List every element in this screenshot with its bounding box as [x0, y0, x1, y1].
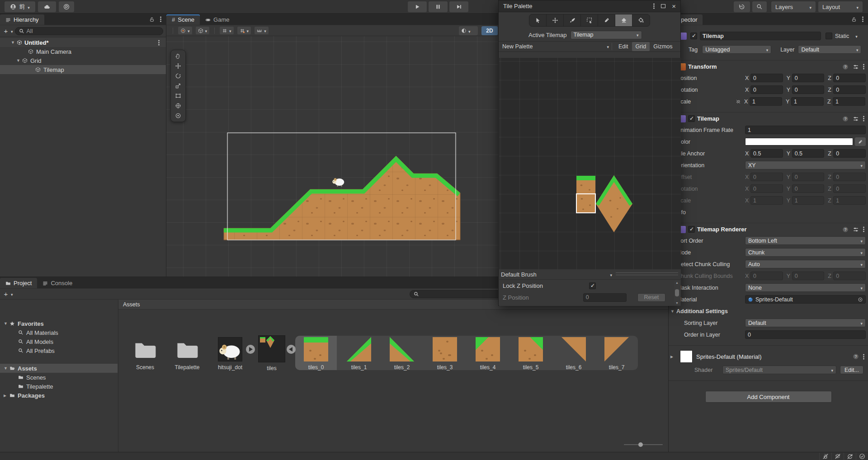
hierarchy-item-main-camera[interactable]: Main Camera	[0, 47, 166, 56]
position-x-field[interactable]: 0	[750, 74, 783, 82]
scale-x-field[interactable]: 1	[750, 97, 782, 106]
add-component-button[interactable]: Add Component	[705, 391, 832, 403]
cache-status-button[interactable]	[831, 453, 844, 460]
kebab-menu-icon[interactable]	[160, 19, 161, 20]
cloud-services-button[interactable]	[38, 1, 56, 12]
tree-item-favorites[interactable]: Favorites	[0, 319, 118, 328]
maximize-icon[interactable]	[661, 4, 665, 8]
debugger-status-button[interactable]	[819, 453, 831, 460]
shading-mode-dropdown[interactable]	[195, 26, 210, 35]
hierarchy-item-tilemap[interactable]: Tilemap	[0, 65, 166, 74]
move-tool-button[interactable]	[172, 61, 184, 71]
tab-console[interactable]: Console	[37, 278, 78, 288]
asset-tiles-2[interactable]: tiles_2	[381, 337, 423, 371]
tab-game[interactable]: Game	[200, 14, 235, 25]
tab-hierarchy[interactable]: Hierarchy	[0, 14, 44, 25]
tree-item-scenes[interactable]: Scenes	[0, 373, 118, 382]
2d-toggle-button[interactable]: 2D	[481, 26, 498, 35]
foldout-icon[interactable]	[670, 353, 676, 360]
asset-tiles[interactable]: tiles	[251, 337, 292, 371]
orientation-dropdown[interactable]: XY	[745, 161, 866, 169]
detect-chunk-culling-dropdown[interactable]: Auto	[745, 260, 866, 268]
tree-item-tilepalette[interactable]: Tilepalette	[0, 382, 118, 391]
tag-dropdown[interactable]: Untagged	[702, 45, 771, 54]
compile-status-button[interactable]	[856, 453, 868, 460]
foldout-icon[interactable]	[16, 58, 22, 63]
order-in-layer-field[interactable]: 0	[745, 330, 866, 339]
anchor-y-field[interactable]: 0.5	[792, 149, 825, 158]
help-icon[interactable]	[853, 353, 859, 360]
transform-tool-button[interactable]	[172, 101, 184, 111]
create-button[interactable]: +	[3, 27, 9, 35]
collapse-left-icon[interactable]	[287, 345, 296, 354]
scroll-down-icon[interactable]: ▼	[675, 301, 679, 305]
drag-handle[interactable]	[616, 275, 678, 275]
asset-tiles-5[interactable]: tiles_5	[510, 337, 552, 371]
help-icon[interactable]	[842, 64, 849, 70]
animation-frame-rate-field[interactable]: 1	[745, 126, 866, 134]
tree-item-packages[interactable]: Packages	[0, 391, 118, 400]
presets-icon[interactable]	[853, 226, 859, 233]
kebab-menu-icon[interactable]	[863, 229, 864, 230]
hand-tool-button[interactable]	[172, 51, 184, 61]
grid-snap-dropdown[interactable]	[237, 26, 252, 35]
sorting-layer-dropdown[interactable]: Default	[745, 319, 866, 327]
anchor-x-field[interactable]: 0.5	[750, 149, 783, 158]
kebab-menu-icon[interactable]	[863, 66, 864, 67]
thumbnail-size-slider[interactable]	[624, 442, 663, 447]
foldout-icon[interactable]	[4, 392, 9, 399]
active-checkbox[interactable]	[690, 33, 697, 39]
position-y-field[interactable]: 0	[792, 74, 825, 82]
transform-header[interactable]: Transform	[669, 60, 868, 73]
undo-history-button[interactable]	[734, 1, 750, 12]
paint-brush-tool-button[interactable]	[564, 14, 581, 26]
create-dropdown-icon[interactable]	[11, 291, 13, 297]
camera-view-dropdown[interactable]	[459, 26, 478, 35]
asset-hitsuji-dot[interactable]: hitsuji_dot	[209, 337, 251, 371]
static-dropdown-icon[interactable]	[855, 33, 858, 39]
layer-dropdown[interactable]: Default	[798, 45, 861, 54]
asset-tiles-0[interactable]: tiles_0	[295, 337, 337, 371]
move-tool-button[interactable]	[547, 14, 564, 26]
sprite-mask-dropdown[interactable]	[178, 26, 193, 35]
tab-scene[interactable]: # Scene	[166, 14, 200, 25]
plastic-scm-button[interactable]	[59, 1, 74, 12]
foldout-icon[interactable]	[4, 321, 9, 326]
rotate-tool-button[interactable]	[172, 71, 184, 81]
material-section-header[interactable]: Sprites-Default (Material)	[669, 346, 868, 365]
pick-tool-button[interactable]	[598, 14, 615, 26]
asset-tiles-4[interactable]: tiles_4	[467, 337, 509, 371]
eyedropper-button[interactable]	[855, 137, 866, 146]
hierarchy-item-grid[interactable]: Grid	[0, 56, 166, 65]
asset-tiles-3[interactable]: tiles_3	[424, 337, 466, 371]
tile-palette-titlebar[interactable]: Tile Palette ×	[499, 0, 680, 12]
mask-interaction-dropdown[interactable]: None	[745, 283, 866, 292]
asset-tiles-7[interactable]: tiles_7	[596, 337, 637, 371]
brush-select-dropdown[interactable]: Default Brush	[501, 271, 612, 278]
shader-dropdown[interactable]: Sprites/Default	[722, 366, 836, 374]
asset-scenes[interactable]: Scenes	[124, 337, 166, 371]
lock-z-checkbox[interactable]	[589, 282, 596, 289]
auto-refresh-status-button[interactable]	[844, 453, 856, 460]
scrollbar[interactable]: ▲ ▼	[674, 281, 680, 305]
static-checkbox[interactable]	[826, 33, 832, 39]
custom-tool-button[interactable]	[172, 111, 184, 121]
presets-icon[interactable]	[853, 116, 859, 122]
kebab-menu-icon[interactable]	[863, 118, 864, 119]
object-picker-icon[interactable]	[858, 297, 863, 302]
component-enabled-checkbox[interactable]	[688, 115, 695, 122]
create-dropdown-icon[interactable]	[11, 28, 13, 34]
component-enabled-checkbox[interactable]	[688, 226, 695, 233]
foldout-icon[interactable]	[4, 366, 9, 371]
drag-handle[interactable]	[616, 272, 678, 273]
layers-dropdown[interactable]: Layers	[771, 1, 816, 12]
pause-button[interactable]	[429, 1, 448, 12]
scale-tool-button[interactable]	[172, 81, 184, 91]
rect-tool-button[interactable]	[172, 91, 184, 101]
asset-tilepalette[interactable]: Tilepalette	[166, 337, 208, 371]
hierarchy-item-scene[interactable]: Untitled*	[0, 38, 166, 47]
snap-increment-dropdown[interactable]	[254, 26, 269, 35]
scale-z-field[interactable]: 1	[833, 97, 865, 106]
kebab-menu-icon[interactable]	[158, 42, 160, 43]
tilemap-renderer-header[interactable]: Tilemap Renderer	[669, 223, 868, 235]
